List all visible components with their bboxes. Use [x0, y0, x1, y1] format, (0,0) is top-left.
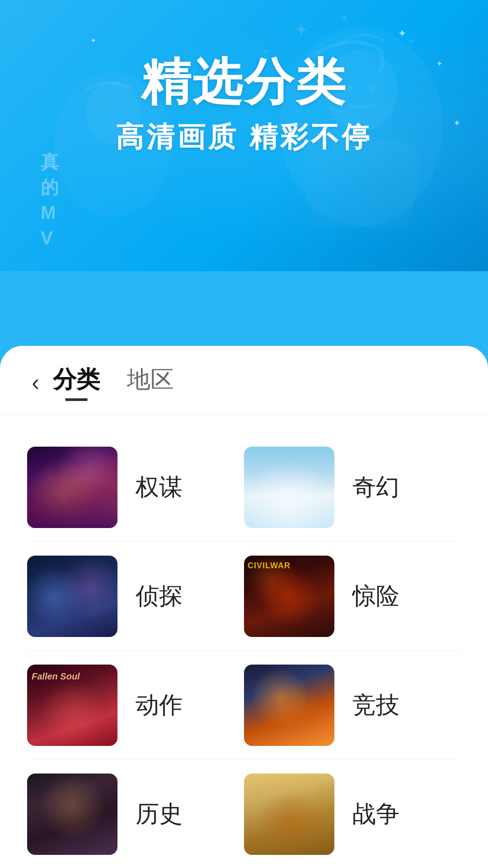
category-item-dongzuo[interactable]: 动作 — [27, 665, 244, 746]
category-grid: 权谋 奇幻 侦探 惊险 动作 — [0, 424, 488, 868]
tab-divider — [0, 415, 488, 415]
tab-header: ‹ 分类 地区 — [0, 346, 488, 406]
category-item-zhanzheng[interactable]: 战争 — [244, 774, 461, 855]
category-item-quanmou[interactable]: 权谋 — [27, 447, 244, 528]
category-thumb-zhentan — [27, 556, 117, 637]
category-row-4: 历史 战争 — [27, 760, 461, 868]
category-label-lishi: 历史 — [136, 798, 183, 830]
category-item-lishi[interactable]: 历史 — [27, 774, 244, 855]
card-panel: ‹ 分类 地区 权谋 奇幻 侦探 惊险 — [0, 346, 488, 868]
hero-section: 精选分类 高清画质 精彩不停 — [0, 0, 488, 174]
category-label-zhanzheng: 战争 — [352, 798, 399, 830]
category-thumb-jingji — [244, 665, 334, 746]
category-thumb-lishi — [27, 774, 117, 855]
category-thumb-jingxian — [244, 556, 334, 637]
category-label-qihuan: 奇幻 — [352, 472, 399, 503]
category-item-zhentan[interactable]: 侦探 — [27, 556, 244, 637]
category-item-qihuan[interactable]: 奇幻 — [244, 447, 461, 528]
category-label-quanmou: 权谋 — [136, 472, 183, 503]
tab-region[interactable]: 地区 — [127, 364, 174, 401]
category-row-2: 侦探 惊险 — [27, 542, 461, 651]
category-thumb-qihuan — [244, 447, 334, 528]
back-button[interactable]: ‹ — [27, 366, 44, 399]
hero-subtitle: 高清画质 精彩不停 — [27, 118, 461, 156]
tab-list: 分类 地区 — [53, 364, 174, 401]
tab-category[interactable]: 分类 — [53, 364, 100, 401]
category-label-dongzuo: 动作 — [136, 689, 183, 721]
category-label-zhentan: 侦探 — [136, 580, 183, 612]
category-label-jingji: 竞技 — [352, 689, 399, 721]
category-thumb-dongzuo — [27, 665, 117, 746]
category-row-1: 权谋 奇幻 — [27, 433, 461, 542]
category-item-jingji[interactable]: 竞技 — [244, 665, 461, 746]
category-row-3: 动作 竞技 — [27, 651, 461, 760]
category-item-jingxian[interactable]: 惊险 — [244, 556, 461, 637]
category-thumb-quanmou — [27, 447, 117, 528]
category-label-jingxian: 惊险 — [352, 580, 399, 612]
category-thumb-zhanzheng — [244, 774, 334, 855]
hero-title: 精选分类 — [27, 54, 461, 109]
